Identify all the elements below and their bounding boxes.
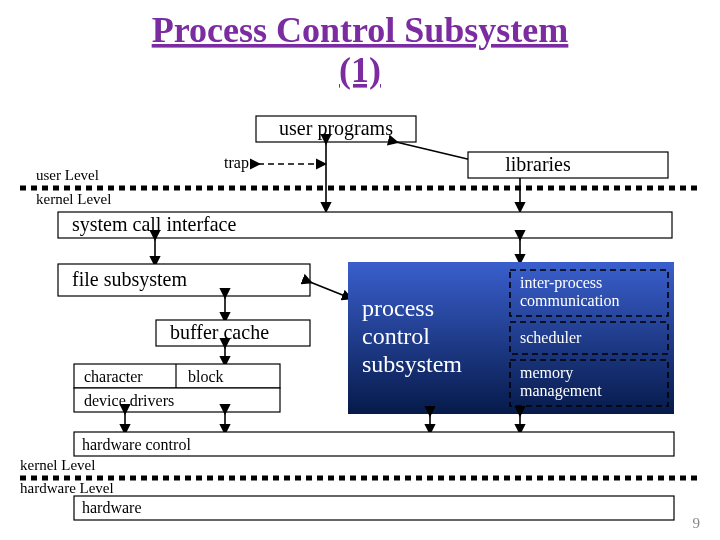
kernel-level-label: kernel Level	[36, 191, 111, 207]
hardware-box	[74, 496, 674, 520]
ipc-label2: communication	[520, 292, 620, 309]
kernel-level-label2: kernel Level	[20, 457, 95, 473]
buffer-cache-label: buffer cache	[170, 321, 269, 343]
block-label: block	[188, 368, 224, 385]
character-label: character	[84, 368, 143, 385]
scheduler-label: scheduler	[520, 329, 582, 346]
slide-title-line2: (1)	[339, 50, 381, 90]
pcs-line3: subsystem	[362, 351, 462, 377]
ipc-label1: inter-process	[520, 274, 602, 292]
slide-title-line1: Process Control Subsystem	[152, 10, 569, 50]
device-drivers-label: device drivers	[84, 392, 174, 409]
file-subsystem-label: file subsystem	[72, 268, 187, 291]
hardware-level-label: hardware Level	[20, 480, 114, 496]
page-number: 9	[693, 515, 701, 531]
memory-label2: management	[520, 382, 602, 400]
pcs-line1: process	[362, 295, 434, 321]
arrow-filesub-pcs	[310, 282, 350, 298]
user-level-label: user Level	[36, 167, 99, 183]
memory-label1: memory	[520, 364, 573, 382]
hardware-label: hardware	[82, 499, 142, 516]
user-programs-label: user programs	[279, 117, 393, 140]
libraries-label: libraries	[505, 153, 571, 175]
arrow-userprograms-libraries	[396, 142, 480, 162]
trap-label: trap	[224, 154, 249, 172]
system-call-interface-label: system call interface	[72, 213, 236, 236]
hardware-control-label: hardware control	[82, 436, 191, 453]
pcs-line2: control	[362, 323, 430, 349]
